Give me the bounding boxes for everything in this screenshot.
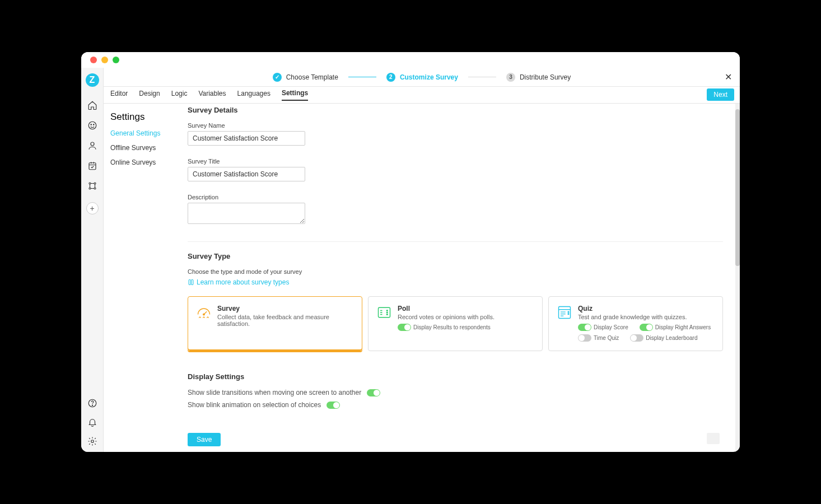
type-card-quiz[interactable]: Quiz Test and grade knowledge with quizz… (548, 296, 723, 351)
svg-point-18 (568, 311, 569, 312)
quiz-option-time-quiz: Time Quiz (578, 334, 619, 342)
quiz-option-right-answers: Display Right Answers (640, 324, 711, 331)
traffic-zoom-icon[interactable] (113, 57, 119, 63)
sideitem-general-settings[interactable]: General Settings (110, 129, 188, 137)
type-card-poll[interactable]: Poll Record votes or opinions with polls… (368, 296, 543, 351)
tab-languages[interactable]: Languages (237, 90, 270, 100)
scrollbar-thumb[interactable] (735, 109, 740, 266)
survey-name-input[interactable] (188, 131, 305, 146)
toggle-right-answers[interactable] (640, 324, 653, 331)
svg-point-2 (93, 124, 94, 125)
option-label: Display Results to respondents (413, 324, 491, 330)
tab-logic[interactable]: Logic (171, 90, 188, 100)
display-setting-row: Show blink animation on selection of cho… (188, 401, 723, 409)
content-area: Settings General Settings Offline Survey… (104, 104, 740, 452)
toggle-display-score[interactable] (578, 324, 591, 331)
sideitem-online-surveys[interactable]: Online Surveys (110, 158, 188, 166)
display-setting-row: Show slide transitions when moving one s… (188, 389, 723, 396)
svg-point-3 (91, 142, 94, 146)
traffic-close-icon[interactable] (90, 57, 97, 63)
step-badge: 2 (386, 73, 395, 82)
card-title: Survey (217, 305, 354, 312)
toggle-blink-animation[interactable] (326, 402, 340, 409)
svg-point-0 (88, 122, 96, 129)
survey-title-input[interactable] (188, 167, 305, 181)
main-column: ✓ Choose Template 2 Customize Survey 3 D… (104, 68, 740, 452)
book-icon (188, 279, 194, 286)
tabs-row: Editor Design Logic Variables Languages … (104, 87, 740, 104)
section-survey-details: Survey Details Survey Name Survey Title … (188, 104, 723, 242)
svg-point-7 (89, 188, 91, 189)
svg-point-6 (94, 183, 96, 184)
gear-icon[interactable] (87, 436, 97, 446)
type-card-survey[interactable]: Survey Collect data, take feedback and m… (188, 296, 362, 351)
calendar-icon[interactable] (87, 161, 97, 171)
bell-icon[interactable] (87, 417, 97, 427)
app-window: Z + (81, 52, 740, 452)
option-label: Display Right Answers (655, 324, 711, 330)
check-icon: ✓ (273, 73, 282, 82)
option-label: Display Score (594, 324, 628, 330)
save-button[interactable]: Save (188, 433, 221, 446)
svg-rect-13 (379, 307, 390, 318)
field-label-survey-name: Survey Name (188, 122, 723, 129)
toggle-time-quiz[interactable] (578, 334, 591, 342)
wizard-connector (348, 77, 376, 77)
divider (188, 241, 723, 242)
save-bar: Save (188, 428, 723, 452)
section-heading: Survey Details (188, 106, 723, 114)
home-icon[interactable] (87, 100, 97, 110)
wizard-connector (468, 77, 496, 77)
poll-option-display-results: Display Results to respondents (398, 324, 491, 331)
add-button[interactable]: + (86, 202, 99, 214)
app-logo-icon[interactable]: Z (86, 73, 99, 87)
toggle-display-results[interactable] (398, 324, 411, 331)
tab-editor[interactable]: Editor (110, 90, 128, 100)
toggle-leaderboard[interactable] (630, 334, 643, 342)
svg-point-8 (94, 188, 96, 189)
settings-sidepanel: Settings General Settings Offline Survey… (104, 104, 188, 452)
next-button[interactable]: Next (707, 88, 734, 101)
wizard-header: ✓ Choose Template 2 Customize Survey 3 D… (104, 68, 740, 87)
svg-point-10 (92, 405, 92, 405)
secondary-button[interactable] (707, 433, 720, 444)
tab-variables[interactable]: Variables (198, 90, 226, 100)
card-description: Record votes or opinions with polls. (398, 314, 495, 320)
card-description: Collect data, take feedback and measure … (217, 314, 354, 327)
field-label-survey-title: Survey Title (188, 158, 723, 165)
toggle-slide-transitions[interactable] (367, 389, 380, 396)
sideitem-offline-surveys[interactable]: Offline Surveys (110, 144, 188, 152)
svg-point-11 (91, 440, 94, 443)
smiley-icon[interactable] (87, 120, 97, 130)
sidepanel-heading: Settings (110, 111, 188, 123)
wizard-step-label: Choose Template (286, 73, 338, 81)
field-label-description: Description (188, 194, 723, 200)
tab-design[interactable]: Design (139, 90, 160, 100)
quiz-option-display-score: Display Score (578, 324, 628, 331)
quiz-icon (557, 305, 572, 342)
close-icon[interactable]: ✕ (725, 72, 732, 82)
learn-more-label: Learn more about survey types (197, 278, 289, 286)
user-icon[interactable] (87, 141, 97, 151)
section-heading: Survey Type (188, 252, 723, 260)
wizard-step-2[interactable]: 2 Customize Survey (386, 73, 458, 82)
svg-point-15 (386, 312, 388, 313)
section-subheading: Choose the type and mode of your survey (188, 268, 723, 275)
tab-settings[interactable]: Settings (282, 89, 308, 101)
wizard-step-3[interactable]: 3 Distribute Survey (506, 73, 571, 82)
option-label: Display Leaderboard (646, 335, 697, 341)
help-icon[interactable] (87, 398, 97, 408)
wizard-step-label: Customize Survey (400, 73, 458, 81)
learn-more-link[interactable]: Learn more about survey types (188, 278, 289, 286)
description-input[interactable] (188, 203, 305, 224)
svg-point-19 (568, 314, 569, 315)
traffic-minimize-icon[interactable] (101, 57, 108, 63)
wizard-step-1[interactable]: ✓ Choose Template (273, 73, 338, 82)
card-title: Quiz (578, 305, 711, 312)
icon-rail: Z + (81, 68, 104, 452)
svg-rect-4 (89, 163, 96, 170)
wizard-step-label: Distribute Survey (520, 73, 571, 81)
workflow-icon[interactable] (87, 181, 97, 191)
svg-point-14 (386, 310, 388, 311)
step-badge: 3 (506, 73, 515, 82)
